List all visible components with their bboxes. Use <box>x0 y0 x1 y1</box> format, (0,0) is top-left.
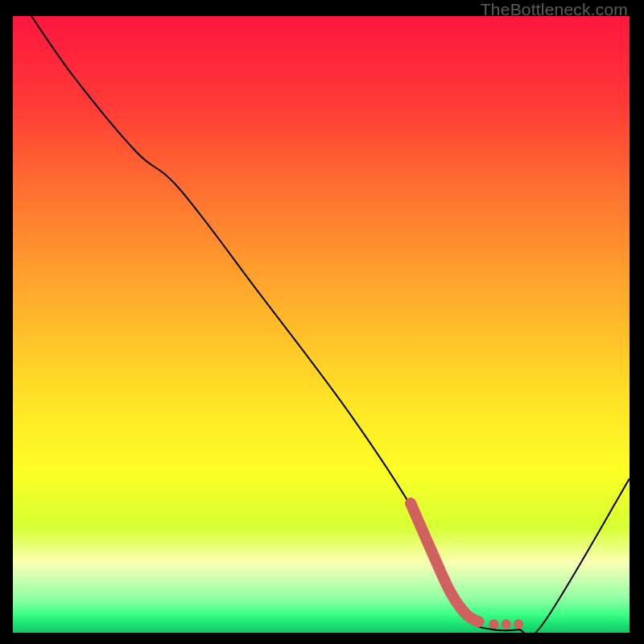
highlight-dot <box>473 616 484 627</box>
highlight-dot <box>502 619 511 629</box>
gradient-background <box>13 16 630 633</box>
highlight-dot <box>489 619 498 629</box>
bottleneck-chart <box>13 16 630 633</box>
chart-frame <box>13 16 630 633</box>
highlight-dot <box>514 619 523 629</box>
